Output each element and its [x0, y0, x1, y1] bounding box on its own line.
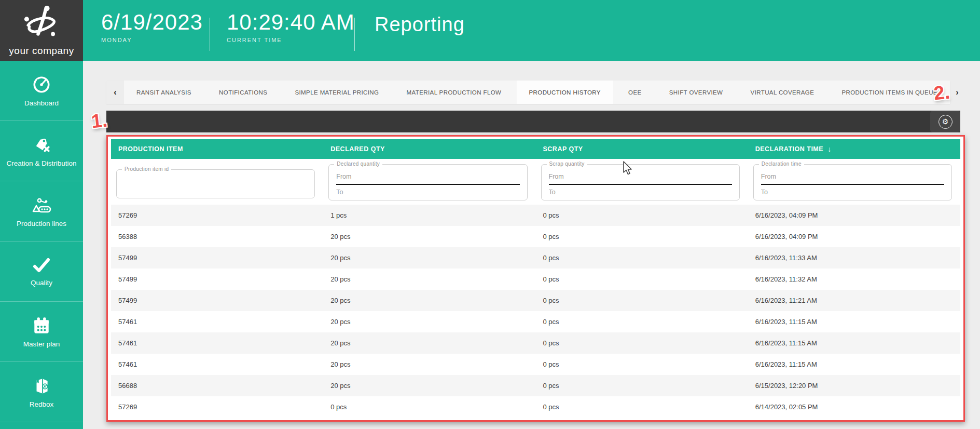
declaration-time-filter-box: Declaration time: [753, 164, 952, 200]
production-item-filter-box: Production item id: [116, 169, 315, 198]
tabs-scroll-right-button[interactable]: ›: [950, 81, 964, 104]
sort-desc-arrow-icon: ↓: [827, 145, 832, 153]
calendar-icon: [32, 316, 51, 336]
sidebar-item-label: Redbox: [30, 400, 54, 408]
column-header-production-item[interactable]: PRODUCTION ITEM: [111, 139, 323, 159]
tab-transit-analysis[interactable]: RANSIT ANALYSIS: [124, 81, 204, 104]
sidebar-item-label: Dashboard: [24, 99, 59, 107]
company-logo-icon: [21, 4, 62, 44]
filter-cell-scrap-qty: Scrap quantity: [536, 159, 748, 205]
table-header-row: PRODUCTION ITEM DECLARED QTY SCRAP QTY D…: [111, 139, 960, 159]
header-date-block: 6/19/2023 MONDAY: [101, 11, 203, 43]
scrap-qty-to-input[interactable]: [549, 185, 732, 196]
sidebar-item-label: Production lines: [17, 220, 66, 227]
column-header-declared-qty[interactable]: DECLARED QTY: [323, 139, 535, 159]
app-root: your company 6/19/2023 MONDAY 10:29:40 A…: [0, 0, 980, 429]
tab-production-items-in-queue[interactable]: PRODUCTION ITEMS IN QUEUE: [829, 81, 949, 104]
header-divider: [210, 18, 210, 51]
table-row[interactable]: 56388 20 pcs 0 pcs 6/16/2023, 04:09 PM: [111, 226, 960, 247]
conveyor-icon: [31, 195, 52, 215]
tag-x-icon: [32, 135, 51, 155]
production-history-table: PRODUCTION ITEM DECLARED QTY SCRAP QTY D…: [106, 135, 965, 422]
table-row[interactable]: 57499 20 pcs 0 pcs 6/16/2023, 11:21 AM: [111, 290, 960, 311]
table-row[interactable]: 57461 20 pcs 0 pcs 6/16/2023, 11:15 AM: [111, 332, 960, 354]
tab-shift-overview[interactable]: SHIFT OVERVIEW: [657, 81, 736, 104]
declared-qty-to-input[interactable]: [336, 185, 519, 196]
table-row[interactable]: 57461 20 pcs 0 pcs 6/16/2023, 11:15 AM: [111, 354, 960, 375]
table-filter-row: Production item id Declared quantity Scr…: [111, 159, 960, 205]
sidebar-item-label: Master plan: [23, 340, 60, 348]
tab-oee[interactable]: OEE: [616, 81, 654, 104]
sidebar-item-creation-distribution[interactable]: Creation & Distribution: [0, 121, 83, 181]
sidebar-item-label: Creation & Distribution: [6, 159, 76, 167]
table-row[interactable]: 57499 20 pcs 0 pcs 6/16/2023, 11:33 AM: [111, 247, 960, 269]
header-time: 10:29:40 AM: [227, 11, 355, 34]
filter-cell-declaration-time: Declaration time: [748, 159, 960, 205]
column-header-declaration-time[interactable]: DECLARATION TIME ↓: [748, 139, 960, 159]
table-row[interactable]: 56688 20 pcs 0 pcs 6/15/2023, 12:20 PM: [111, 375, 960, 396]
declaration-time-from-input[interactable]: [761, 172, 944, 185]
declared-qty-from-input[interactable]: [336, 172, 519, 185]
sidebar-item-label: Quality: [31, 279, 52, 287]
check-icon: [31, 257, 52, 274]
sidebar-item-production-lines[interactable]: Production lines: [0, 181, 83, 242]
header-time-block: 10:29:40 AM CURRENT TIME: [227, 11, 355, 43]
tab-virtual-coverage[interactable]: VIRTUAL COVERAGE: [738, 81, 827, 104]
gauge-icon: [32, 75, 51, 95]
tabs-container: RANSIT ANALYSIS NOTIFICATIONS SIMPLE MAT…: [124, 81, 950, 104]
scrap-qty-filter-label: Scrap quantity: [547, 161, 587, 167]
filter-cell-declared-qty: Declared quantity: [323, 159, 535, 205]
tabs-scroll-left-button[interactable]: ‹: [106, 81, 124, 104]
scrap-qty-from-input[interactable]: [549, 172, 732, 185]
annotation-step-1: 1.: [90, 110, 108, 133]
page-title: Reporting: [375, 14, 465, 36]
table-row[interactable]: 57461 20 pcs 0 pcs 6/16/2023, 11:15 AM: [111, 311, 960, 332]
tab-production-history[interactable]: PRODUCTION HISTORY: [517, 81, 613, 104]
tab-material-production-flow[interactable]: MATERIAL PRODUCTION FLOW: [394, 81, 514, 104]
settings-button[interactable]: ⚙: [930, 111, 960, 132]
declaration-time-filter-label: Declaration time: [759, 161, 804, 167]
report-toolbar: ⚙: [106, 111, 960, 132]
header-date-label: MONDAY: [101, 37, 203, 43]
declaration-time-to-input[interactable]: [761, 185, 944, 196]
company-logo[interactable]: your company: [0, 0, 83, 61]
sidebar-item-quality[interactable]: Quality: [0, 242, 83, 302]
tab-notifications[interactable]: NOTIFICATIONS: [206, 81, 280, 104]
header-time-label: CURRENT TIME: [227, 37, 355, 43]
declared-qty-filter-label: Declared quantity: [334, 161, 382, 167]
table-row[interactable]: 57269 1 pcs 0 pcs 6/16/2023, 04:09 PM: [111, 205, 960, 226]
sidebar-item-redbox[interactable]: Redbox: [0, 362, 83, 422]
production-item-filter-label: Production item id: [122, 166, 171, 172]
scrap-qty-filter-box: Scrap quantity: [541, 164, 740, 200]
top-header-bar: your company 6/19/2023 MONDAY 10:29:40 A…: [0, 0, 980, 61]
table-row[interactable]: 57499 20 pcs 0 pcs 6/16/2023, 11:32 AM: [111, 269, 960, 290]
production-item-id-input[interactable]: [124, 177, 307, 184]
header-divider: [354, 18, 355, 51]
sidebar-item-master-plan[interactable]: Master plan: [0, 302, 83, 362]
column-header-scrap-qty[interactable]: SCRAP QTY: [536, 139, 748, 159]
declared-qty-filter-box: Declared quantity: [328, 164, 527, 200]
sidebar: Dashboard Creation & Distribution Produc…: [0, 61, 83, 429]
header-date: 6/19/2023: [101, 11, 203, 34]
sidebar-item-dashboard[interactable]: Dashboard: [0, 61, 83, 121]
chevron-right-icon: ›: [956, 88, 958, 97]
chevron-left-icon: ‹: [114, 88, 116, 97]
tab-simple-material-pricing[interactable]: SIMPLE MATERIAL PRICING: [282, 81, 391, 104]
gear-icon: ⚙: [938, 115, 953, 129]
table-body: 57269 1 pcs 0 pcs 6/16/2023, 04:09 PM 56…: [111, 205, 960, 418]
filter-cell-production-item: Production item id: [111, 159, 323, 205]
box-icon: [32, 376, 51, 396]
company-logo-text: your company: [9, 45, 74, 57]
report-tab-strip: ‹ RANSIT ANALYSIS NOTIFICATIONS SIMPLE M…: [106, 81, 950, 104]
table-row[interactable]: 57269 0 pcs 0 pcs 6/14/2023, 02:05 PM: [111, 396, 960, 418]
